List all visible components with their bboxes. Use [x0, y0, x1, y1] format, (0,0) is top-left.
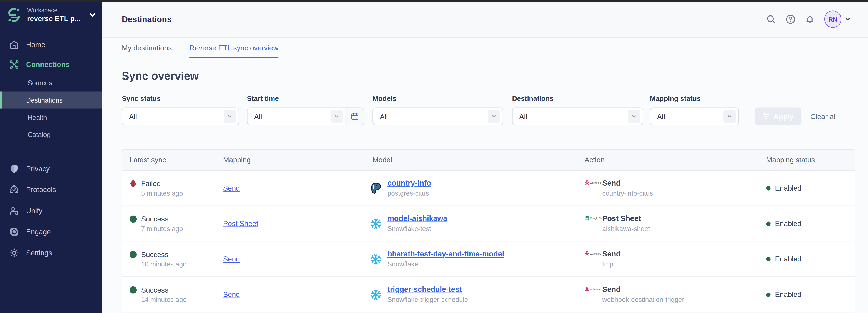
model-source: postgres-citus [388, 190, 431, 197]
sidebar-item-label: Privacy [26, 164, 50, 173]
sidebar-item-unify[interactable]: Unify [0, 200, 102, 221]
mapping-link[interactable]: Send [223, 184, 240, 192]
postgresql-icon [370, 182, 382, 194]
page-title: Destinations [122, 13, 172, 24]
action-destination: tmp [602, 260, 620, 268]
gear-icon [9, 247, 19, 258]
sync-time: 7 minutes ago [141, 224, 223, 232]
tab-my-destinations[interactable]: My destinations [122, 37, 172, 58]
column-header-model: Model [362, 156, 585, 164]
sync-time: 5 minutes ago [141, 189, 223, 197]
clear-all-button[interactable]: Clear all [810, 107, 837, 125]
column-header-mapping-status: Mapping status [766, 156, 855, 164]
filter-label-mapping-status: Mapping status [650, 95, 739, 103]
sidebar-item-connections[interactable]: Connections [0, 54, 102, 74]
sidebar-item-label: Unify [26, 206, 42, 215]
action-destination: aishikawa-sheet [602, 225, 650, 233]
filter-label-start-time: Start time [247, 95, 364, 103]
help-icon[interactable] [785, 13, 796, 25]
notifications-icon[interactable] [804, 13, 815, 25]
sidebar-item-health[interactable]: Health [0, 109, 102, 126]
sidebar: Workspace reverse ETL p... Home Connecti… [0, 0, 102, 313]
main-content: My destinations Reverse ETL sync overvie… [102, 37, 868, 313]
chevron-down-icon [488, 110, 500, 123]
sidebar-item-label: Connections [26, 60, 70, 68]
filter-icon [763, 113, 770, 120]
table-row: Failed 5 minutes ago Send country-info p… [122, 170, 855, 206]
rudderstack-logo-icon [5, 7, 22, 23]
action-destination: webhook-destination-trigger [602, 296, 684, 304]
top-header: Destinations RN [102, 0, 868, 38]
filters-bar: Sync status All Start time All [122, 95, 855, 125]
table-row: Success 14 minutes ago Send [122, 277, 855, 312]
action-title: Post Sheet [602, 214, 650, 223]
chevron-down-icon [628, 110, 640, 123]
window-top-strip [0, 0, 868, 2]
sidebar-item-protocols[interactable]: Protocols [0, 179, 102, 200]
model-name-link[interactable]: trigger-schedule-test [388, 285, 468, 294]
enabled-dot-icon [766, 292, 770, 296]
workspace-label: Workspace [27, 7, 81, 14]
sidebar-item-engage[interactable]: Engage [0, 221, 102, 242]
sync-status-select[interactable]: All [122, 107, 239, 125]
mapping-link[interactable]: Send [223, 290, 240, 299]
filter-label-destinations: Destinations [512, 95, 643, 103]
google-sheets-icon [585, 215, 590, 220]
success-status-icon [129, 215, 137, 223]
mapping-status-text: Enabled [775, 184, 802, 192]
calendar-icon[interactable] [345, 108, 364, 125]
sync-time: 10 minutes ago [141, 260, 223, 268]
apply-button[interactable]: Apply [754, 107, 802, 125]
filter-label-models: Models [372, 95, 503, 103]
table-row: Success 10 minutes ago Send [122, 242, 855, 277]
sidebar-item-destinations[interactable]: Destinations [0, 92, 102, 109]
sync-status-text: Failed [141, 179, 161, 188]
shield-icon [9, 163, 19, 174]
sidebar-item-catalog[interactable]: Catalog [0, 126, 102, 143]
home-icon [9, 39, 19, 50]
sidebar-item-settings[interactable]: Settings [0, 242, 102, 263]
webhooks-icon [585, 251, 590, 256]
sync-status-text: Success [141, 286, 168, 294]
model-name-link[interactable]: country-info [388, 179, 431, 187]
connections-icon [9, 59, 19, 69]
mapping-status-select[interactable]: All [650, 107, 739, 125]
connections-subnav: Sources Destinations Health Catalog [0, 74, 102, 143]
action-brand-label: webhooks [590, 181, 601, 184]
mapping-link[interactable]: Post Sheet [223, 219, 258, 227]
sidebar-nav: Home Connections Sources Destinations He… [0, 34, 102, 263]
sidebar-item-home[interactable]: Home [0, 34, 102, 54]
action-title: Send [602, 179, 653, 187]
snowflake-icon [370, 288, 382, 301]
sidebar-item-label: Settings [26, 248, 52, 257]
sidebar-item-privacy[interactable]: Privacy [0, 158, 102, 179]
chevron-down-icon [224, 110, 236, 123]
snowflake-icon [370, 253, 382, 265]
tab-reverse-etl-sync-overview[interactable]: Reverse ETL sync overview [189, 37, 278, 58]
failed-status-icon [129, 179, 137, 188]
action-destination: country-info-citus [602, 190, 653, 197]
chevron-down-icon [723, 110, 736, 123]
account-chevron-down-icon[interactable] [844, 15, 851, 23]
webhooks-icon [585, 286, 590, 291]
workspace-switcher[interactable]: Workspace reverse ETL p... [0, 0, 102, 28]
sidebar-item-sources[interactable]: Sources [0, 74, 102, 92]
start-time-select[interactable]: All [247, 107, 364, 125]
model-source: Snowflake-test [388, 225, 447, 233]
protocols-icon [9, 184, 19, 194]
action-brand-label: webhooks [590, 288, 601, 290]
model-name-link[interactable]: bharath-test-day-and-time-model [388, 250, 504, 258]
models-select[interactable]: All [372, 107, 503, 125]
sidebar-item-label: Engage [26, 227, 51, 236]
mapping-status-text: Enabled [775, 290, 802, 299]
section-heading: Sync overview [122, 70, 855, 83]
destinations-select[interactable]: All [512, 107, 643, 125]
sync-overview-table: Latest sync Mapping Model Action Mapping… [122, 149, 855, 313]
model-name-link[interactable]: model-aishikawa [388, 214, 447, 223]
enabled-dot-icon [766, 186, 770, 190]
avatar[interactable]: RN [824, 10, 841, 28]
search-icon[interactable] [766, 13, 777, 25]
mapping-link[interactable]: Send [223, 255, 240, 263]
success-status-icon [129, 250, 137, 258]
workspace-name: reverse ETL p... [27, 14, 81, 23]
